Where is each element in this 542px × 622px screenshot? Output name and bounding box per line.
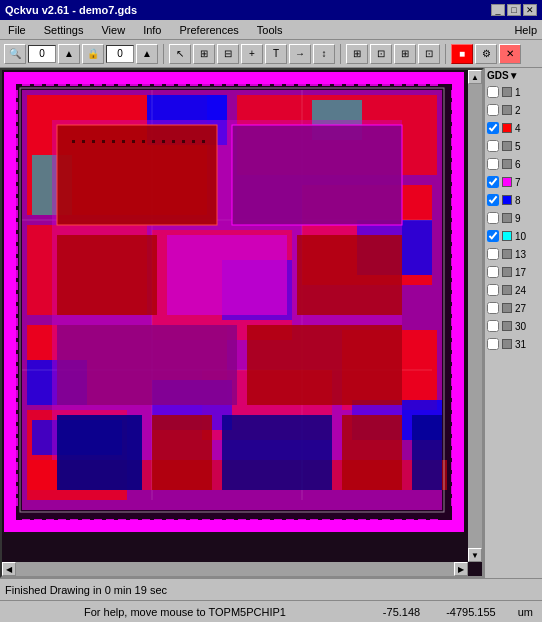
layer-checkbox-10[interactable] xyxy=(487,230,499,242)
svg-rect-38 xyxy=(154,80,162,86)
bottom-bar: For help, move mouse to TOPM5PCHIP1 -75.… xyxy=(0,600,542,622)
status-message: Finished Drawing in 0 min 19 sec xyxy=(5,584,167,596)
horizontal-scrollbar[interactable]: ◀ ▶ xyxy=(2,562,468,576)
svg-rect-33 xyxy=(94,80,102,86)
svg-rect-123 xyxy=(451,402,457,410)
vertical-scrollbar[interactable]: ▲ ▼ xyxy=(468,70,482,562)
layer-checkbox-27[interactable] xyxy=(487,302,499,314)
grid-btn2[interactable]: ⊡ xyxy=(370,44,392,64)
svg-rect-37 xyxy=(142,80,150,86)
svg-rect-112 xyxy=(451,270,457,278)
action-group: ■ ⚙ ✕ xyxy=(451,44,521,64)
main-area: ▲ ▼ ◀ ▶ GDS▼ 1245678910131724273031 xyxy=(0,68,542,578)
zoom-fit-btn[interactable]: ⊟ xyxy=(217,44,239,64)
nav-group: ↖ ⊞ ⊟ + T → ↕ xyxy=(169,44,335,64)
stop-btn[interactable]: ■ xyxy=(451,44,473,64)
layer-checkbox-4[interactable] xyxy=(487,122,499,134)
layer-color-30 xyxy=(502,321,512,331)
layer-checkbox-7[interactable] xyxy=(487,176,499,188)
scroll-down-btn[interactable]: ▼ xyxy=(468,548,482,562)
status-bar: Finished Drawing in 0 min 19 sec xyxy=(0,578,542,600)
zoom-up-btn[interactable]: ▲ xyxy=(58,44,80,64)
layer-checkbox-30[interactable] xyxy=(487,320,499,332)
grid-btn4[interactable]: ⊡ xyxy=(418,44,440,64)
settings-btn[interactable]: ⚙ xyxy=(475,44,497,64)
zoom-lock-btn[interactable]: 🔒 xyxy=(82,44,104,64)
help-text: For help, move mouse to TOPM5PCHIP1 xyxy=(5,606,365,618)
menu-help[interactable]: Help xyxy=(514,24,537,36)
grid-group: ⊞ ⊡ ⊞ ⊡ xyxy=(346,44,440,64)
menu-settings[interactable]: Settings xyxy=(41,23,87,37)
layer-row-1: 1 xyxy=(487,83,540,101)
window-controls: _ □ ✕ xyxy=(491,4,537,16)
svg-rect-143 xyxy=(154,519,162,525)
svg-rect-187 xyxy=(112,140,115,143)
maximize-button[interactable]: □ xyxy=(507,4,521,16)
layer-label-2: 2 xyxy=(515,105,521,116)
layer-checkbox-17[interactable] xyxy=(487,266,499,278)
svg-rect-121 xyxy=(451,378,457,386)
svg-rect-151 xyxy=(250,519,258,525)
layer-checkbox-5[interactable] xyxy=(487,140,499,152)
scroll-left-btn[interactable]: ◀ xyxy=(2,562,16,576)
layer-color-4 xyxy=(502,123,512,133)
layer-checkbox-1[interactable] xyxy=(487,86,499,98)
scroll-right-btn[interactable]: ▶ xyxy=(454,562,468,576)
menu-preferences[interactable]: Preferences xyxy=(177,23,242,37)
pan-up-btn[interactable]: ▲ xyxy=(136,44,158,64)
layer-row-31: 31 xyxy=(487,335,540,353)
svg-rect-124 xyxy=(451,414,457,422)
layer-checkbox-6[interactable] xyxy=(487,158,499,170)
scroll-track-v[interactable] xyxy=(468,84,482,548)
svg-rect-148 xyxy=(214,519,222,525)
svg-rect-113 xyxy=(451,282,457,290)
layer-checkbox-8[interactable] xyxy=(487,194,499,206)
zoom-input[interactable] xyxy=(28,45,56,63)
zoom-icon[interactable]: 🔍 xyxy=(4,44,26,64)
svg-rect-146 xyxy=(190,519,198,525)
svg-rect-103 xyxy=(451,162,457,170)
layer-checkbox-9[interactable] xyxy=(487,212,499,224)
svg-rect-59 xyxy=(406,80,414,86)
scroll-up-btn[interactable]: ▲ xyxy=(468,70,482,84)
svg-rect-154 xyxy=(286,519,294,525)
svg-rect-177 xyxy=(57,415,142,490)
close-button[interactable]: ✕ xyxy=(523,4,537,16)
layer-label-9: 9 xyxy=(515,213,521,224)
minimize-button[interactable]: _ xyxy=(491,4,505,16)
zoom-in-btn[interactable]: + xyxy=(241,44,263,64)
pointer-btn[interactable]: ↖ xyxy=(169,44,191,64)
svg-rect-61 xyxy=(430,80,438,86)
scroll-track-h[interactable] xyxy=(16,562,454,576)
svg-rect-118 xyxy=(451,342,457,350)
arrow-right-btn[interactable]: → xyxy=(289,44,311,64)
measure-btn[interactable]: ↕ xyxy=(313,44,335,64)
menu-file[interactable]: File xyxy=(5,23,29,37)
svg-rect-87 xyxy=(12,390,18,398)
menu-view[interactable]: View xyxy=(98,23,128,37)
grid-btn1[interactable]: ⊞ xyxy=(346,44,368,64)
grid-btn3[interactable]: ⊞ xyxy=(394,44,416,64)
svg-rect-140 xyxy=(118,519,126,525)
zoom-box-btn[interactable]: ⊞ xyxy=(193,44,215,64)
svg-rect-101 xyxy=(451,138,457,146)
svg-rect-184 xyxy=(82,140,85,143)
menu-info[interactable]: Info xyxy=(140,23,164,37)
svg-rect-129 xyxy=(451,474,457,482)
svg-rect-163 xyxy=(394,519,402,525)
close-x-btn[interactable]: ✕ xyxy=(499,44,521,64)
layer-row-9: 9 xyxy=(487,209,540,227)
svg-rect-100 xyxy=(451,126,457,134)
layer-checkbox-13[interactable] xyxy=(487,248,499,260)
svg-rect-125 xyxy=(451,426,457,434)
canvas-area[interactable]: ▲ ▼ ◀ ▶ xyxy=(0,68,484,578)
svg-rect-119 xyxy=(451,354,457,362)
svg-rect-158 xyxy=(334,519,342,525)
pan-input[interactable] xyxy=(106,45,134,63)
layer-checkbox-2[interactable] xyxy=(487,104,499,116)
svg-rect-115 xyxy=(451,306,457,314)
layer-checkbox-24[interactable] xyxy=(487,284,499,296)
text-btn[interactable]: T xyxy=(265,44,287,64)
layer-checkbox-31[interactable] xyxy=(487,338,499,350)
menu-tools[interactable]: Tools xyxy=(254,23,286,37)
